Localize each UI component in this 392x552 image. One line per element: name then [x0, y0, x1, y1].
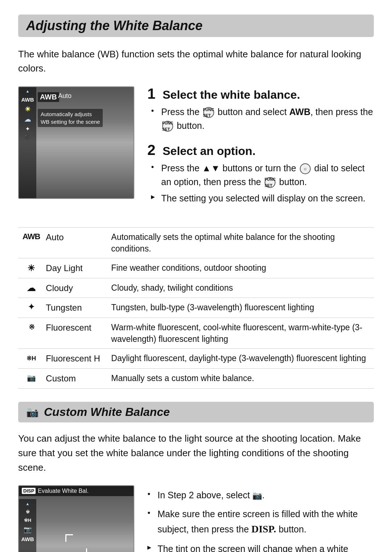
wb-icon-auto: AWB — [18, 227, 41, 258]
step-2-block: 2 Select an option. Press the ▲▼ buttons… — [147, 143, 374, 205]
step-2-header: 2 Select an option. — [147, 143, 374, 158]
cam-awb-badge: AWB — [38, 92, 59, 102]
cam2-left-bar: ▲ ※ ※H 📷 AWB — [19, 499, 36, 552]
wb-icon-tungsten: ✦ — [18, 298, 41, 318]
wb-table: AWB Auto Automatically sets the optimal … — [18, 227, 374, 389]
step-1-bullets: Press the FUNCSET button and select AWB,… — [147, 105, 374, 132]
wb-desc-custom: Manually sets a custom white balance. — [107, 369, 374, 389]
wb-name-tungsten: Tungsten — [41, 298, 107, 318]
step-2-title: Select an option. — [163, 144, 256, 158]
steps-column: 1 Select the white balance. Press the FU… — [147, 86, 374, 216]
cam2-icon-4: 📷 — [24, 526, 32, 533]
cam2-center-bracket — [65, 534, 87, 552]
camera-bg-2: DISP Evaluate White Bal. ▲ ※ ※H 📷 AWB Cu… — [19, 486, 134, 552]
camera-screen-1: ▲ AWB ☀ ☁ ✦ ⬛ AWB Auto Automatically adj… — [18, 86, 134, 199]
table-row: ※ Fluorescent Warm-white fluorescent, co… — [18, 318, 374, 349]
step-1-header: 1 Select the white balance. — [147, 86, 374, 102]
wb-desc-fluorescent-h: Daylight fluorescent, daylight-type (3-w… — [107, 349, 374, 369]
step-2-number: 2 — [147, 143, 158, 157]
wb-name-daylight: Day Light — [41, 258, 107, 278]
table-row: AWB Auto Automatically sets the optimal … — [18, 227, 374, 258]
custom-wb-section-icon: 📷 — [26, 406, 39, 418]
wb-name-cloudy: Cloudy — [41, 278, 107, 298]
wb-icon-fluorescent: ※ — [18, 318, 41, 349]
bracket-svg — [65, 534, 87, 552]
intro-text: The white balance (WB) function sets the… — [18, 47, 374, 75]
table-row: ☁ Cloudy Cloudy, shady, twilight conditi… — [18, 278, 374, 298]
wb-name-fluorescent: Fluorescent — [41, 318, 107, 349]
table-row: ☀ Day Light Fine weather conditions, out… — [18, 258, 374, 278]
camera-bg-1: ▲ AWB ☀ ☁ ✦ ⬛ AWB Auto Automatically adj… — [19, 87, 134, 198]
step-2-bullet-1: Press the ▲▼ buttons or turn the ○ dial … — [151, 161, 374, 189]
cam-icon-1: ▲ — [26, 89, 30, 93]
camera-screen-2: DISP Evaluate White Bal. ▲ ※ ※H 📷 AWB Cu… — [18, 485, 134, 552]
cam2-top-label: Evaluate White Bal. — [38, 488, 89, 494]
wb-desc-auto: Automatically sets the optimal white bal… — [107, 227, 374, 258]
cam2-icon-1: ▲ — [26, 502, 30, 506]
cam-icon-5: ✦ — [25, 126, 30, 131]
page-title: Adjusting the White Balance — [26, 18, 366, 33]
func-set-icon-2: FUNCSET — [162, 121, 173, 132]
bottom-bullet-1: In Step 2 above, select 📷. — [147, 488, 374, 502]
cam2-icon-5: AWB — [21, 536, 34, 542]
bottom-bullet-3: The tint on the screen will change when … — [147, 542, 374, 552]
step-1-block: 1 Select the white balance. Press the FU… — [147, 86, 374, 132]
wb-icon-fluorescent-h: ※H — [18, 349, 41, 369]
cam2-top-bar: DISP Evaluate White Bal. — [19, 486, 134, 496]
cam-icon-6: ⬛ — [25, 135, 30, 140]
bottom-bullet-2: Make sure the entire screen is filled wi… — [147, 507, 374, 537]
wb-icon-daylight: ☀ — [18, 258, 41, 278]
wb-desc-fluorescent: Warm-white fluorescent, cool-white fluor… — [107, 318, 374, 349]
wb-name-fluorescent-h: Fluorescent H — [41, 349, 107, 369]
cam2-icon-2: ※ — [26, 510, 30, 514]
dial-icon: ○ — [300, 163, 311, 174]
cam2-icon-3: ※H — [24, 518, 31, 523]
wb-name-custom: Custom — [41, 369, 107, 389]
bottom-bullets-col: In Step 2 above, select 📷. Make sure the… — [147, 485, 374, 552]
wb-icon-cloudy: ☁ — [18, 278, 41, 298]
wb-desc-tungsten: Tungsten, bulb-type (3-wavelength) fluor… — [107, 298, 374, 318]
cam-icon-4: ☁ — [24, 116, 31, 123]
cam-left-bar-1: ▲ AWB ☀ ☁ ✦ ⬛ — [19, 87, 36, 198]
cam-icon-3: ☀ — [25, 106, 30, 113]
custom-wb-section-bar: 📷 Custom White Balance — [18, 402, 374, 422]
wb-name-auto: Auto — [41, 227, 107, 258]
bottom-area: DISP Evaluate White Bal. ▲ ※ ※H 📷 AWB Cu… — [18, 485, 374, 552]
cam-icon-2: AWB — [21, 97, 34, 102]
table-row: ※H Fluorescent H Daylight fluorescent, d… — [18, 349, 374, 369]
custom-wb-intro: You can adjust the white balance to the … — [18, 431, 374, 475]
step-1-bullet-1: Press the FUNCSET button and select AWB,… — [151, 105, 374, 132]
custom-wb-title: Custom White Balance — [44, 405, 170, 419]
step-1-number: 1 — [147, 86, 158, 101]
page-title-bar: Adjusting the White Balance — [18, 15, 374, 37]
wb-desc-daylight: Fine weather conditions, outdoor shootin… — [107, 258, 374, 278]
wb-desc-cloudy: Cloudy, shady, twilight conditions — [107, 278, 374, 298]
cam-auto-label: Auto — [58, 92, 72, 100]
disp-badge: DISP — [22, 488, 36, 494]
func-set-icon-3: FUNCSET — [265, 177, 275, 188]
table-row: ✦ Tungsten Tungsten, bulb-type (3-wavele… — [18, 298, 374, 318]
disp-text: DISP. — [251, 523, 276, 535]
step-2-bullet-2: The setting you selected will display on… — [151, 192, 374, 205]
table-row: 📷 Custom Manually sets a custom white ba… — [18, 369, 374, 389]
instruction-area: ▲ AWB ☀ ☁ ✦ ⬛ AWB Auto Automatically adj… — [18, 86, 374, 216]
step-2-bullets: Press the ▲▼ buttons or turn the ○ dial … — [147, 161, 374, 205]
wb-icon-custom: 📷 — [18, 369, 41, 389]
bottom-bullets: In Step 2 above, select 📷. Make sure the… — [147, 488, 374, 552]
func-set-icon-1: FUNCSET — [203, 107, 214, 118]
step-1-title: Select the white balance. — [163, 88, 300, 102]
cam-desc-box: Automatically adjusts WB setting for the… — [38, 109, 103, 127]
